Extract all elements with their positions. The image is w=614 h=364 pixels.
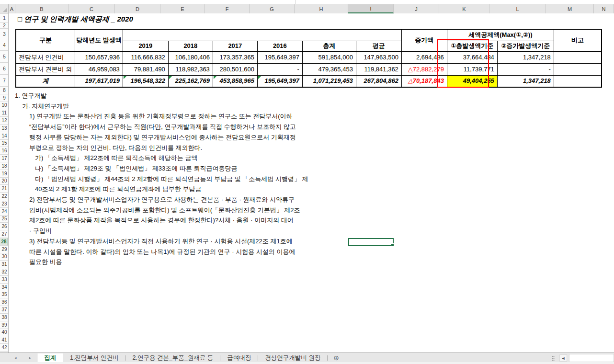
row-header-30[interactable]: 30	[0, 253, 9, 261]
cell-C6[interactable]: 46,959,083	[75, 63, 123, 75]
header-2018[interactable]: 2018	[168, 41, 213, 51]
cell-B7[interactable]: 계	[16, 75, 75, 87]
header-credit1[interactable]: ①총발생액기준	[447, 41, 497, 51]
horizontal-scrollbar[interactable]	[569, 354, 614, 362]
tab-scrollbar-splitter[interactable]	[552, 355, 555, 361]
cell-I6[interactable]: 119,841,362	[356, 63, 401, 75]
row-header-25[interactable]: 25	[0, 216, 9, 223]
row-header-15[interactable]: 15	[0, 140, 9, 148]
row-header-36[interactable]: 36	[0, 298, 9, 306]
tabs-scroll-right-icon[interactable]: ▸	[29, 355, 32, 360]
row-header-21[interactable]: 21	[0, 185, 9, 193]
cell-J5[interactable]: 2,694,436	[401, 51, 447, 63]
header-credit2[interactable]: ②증가발생액기준	[497, 41, 554, 51]
cell-L6[interactable]: -	[497, 63, 554, 75]
row-header-16[interactable]: 16	[0, 147, 9, 155]
cell-D7[interactable]: 196,548,322	[123, 75, 168, 87]
column-header-M[interactable]: M	[546, 4, 594, 13]
cell-H6[interactable]: 479,365,453	[302, 63, 356, 75]
row-header-27[interactable]: 27	[0, 230, 9, 238]
sheet-tab-summary[interactable]: 집계	[37, 353, 63, 362]
row-header-12[interactable]: 12	[0, 117, 9, 125]
row-header-5[interactable]: 5	[0, 51, 9, 63]
header-note[interactable]: 비고	[554, 29, 602, 51]
row-header-9[interactable]: 9	[0, 94, 9, 102]
header-2019[interactable]: 2019	[123, 41, 168, 51]
cell-I5[interactable]: 147,963,500	[356, 51, 401, 63]
row-header-34[interactable]: 34	[0, 284, 9, 291]
row-header-22[interactable]: 22	[0, 193, 9, 200]
row-header-13[interactable]: 13	[0, 125, 9, 132]
cell-L5[interactable]: 1,347,218	[497, 51, 554, 63]
cell-F5[interactable]: 173,357,365	[213, 51, 257, 63]
sheet-tab-labor-cost[interactable]: 1.전담부서 인건비	[63, 353, 125, 362]
header-2017[interactable]: 2017	[213, 41, 257, 51]
cell-F7[interactable]: 453,858,965	[213, 75, 257, 87]
row-header-6[interactable]: 6	[0, 63, 9, 75]
column-header-E[interactable]: E	[160, 4, 205, 13]
cell-G6[interactable]: -	[257, 63, 302, 75]
header-2016[interactable]: 2016	[257, 41, 302, 51]
row-header-33[interactable]: 33	[0, 276, 9, 284]
cell-L7[interactable]: 1,347,218	[497, 75, 554, 87]
row-header-28[interactable]: 28	[0, 238, 9, 246]
cell-H5[interactable]: 591,854,000	[302, 51, 356, 63]
column-header-H[interactable]: H	[295, 4, 348, 13]
sheet-tab-rnd-ledger[interactable]: 경상연구개발비 원장	[258, 353, 327, 362]
column-header-B[interactable]: B	[15, 4, 68, 13]
column-header-F[interactable]: F	[205, 4, 250, 13]
row-header-4[interactable]: 4	[0, 40, 9, 51]
row-header-24[interactable]: 24	[0, 208, 9, 216]
column-header-C[interactable]: C	[68, 4, 115, 13]
row-header-23[interactable]: 23	[0, 200, 9, 208]
cell-G5[interactable]: 195,649,397	[257, 51, 302, 63]
row-header-8[interactable]: 8	[0, 87, 9, 94]
cell-E6[interactable]: 118,982,363	[168, 63, 213, 75]
row-header-11[interactable]: 11	[0, 109, 9, 117]
cell-M6[interactable]	[554, 63, 602, 75]
row-header-1[interactable]: 1	[0, 13, 9, 23]
header-credit-group[interactable]: 세액공제액(Max(①,②))	[447, 29, 554, 41]
row-header-31[interactable]: 31	[0, 261, 9, 268]
cell-D6[interactable]: 79,881,490	[123, 63, 168, 75]
cell-C5[interactable]: 150,657,936	[75, 51, 123, 63]
cell-J6[interactable]: △72,882,279	[401, 63, 447, 75]
add-sheet-button[interactable]: ⊕	[328, 353, 345, 362]
cell-D5[interactable]: 116,666,832	[123, 51, 168, 63]
header-increase[interactable]: 증가액	[401, 29, 447, 51]
cell-K5[interactable]: 37,664,484	[447, 51, 497, 63]
row-header-14[interactable]: 14	[0, 132, 9, 140]
column-header-A[interactable]: A	[9, 4, 15, 13]
column-header-N[interactable]: N	[594, 4, 614, 13]
tabs-scroll-left-icon[interactable]: ◂	[14, 355, 17, 360]
row-header-20[interactable]: 20	[0, 178, 9, 185]
row-header-18[interactable]: 18	[0, 162, 9, 170]
sheet-tab-payroll[interactable]: 급여대장	[220, 353, 258, 362]
row-header-7[interactable]: 7	[0, 75, 9, 87]
row-header-2[interactable]: 2	[0, 23, 9, 29]
row-header-32[interactable]: 32	[0, 268, 9, 276]
row-header-40[interactable]: 40	[0, 329, 9, 337]
cell-M5[interactable]	[554, 51, 602, 63]
cell-G7[interactable]: 195,649,397	[257, 75, 302, 87]
row-header-38[interactable]: 38	[0, 314, 9, 321]
row-header-19[interactable]: 19	[0, 170, 9, 178]
header-average[interactable]: 평균	[356, 41, 401, 51]
cell-E5[interactable]: 106,180,406	[168, 51, 213, 63]
row-header-42[interactable]: 42	[0, 344, 9, 352]
column-header-K[interactable]: K	[439, 4, 489, 13]
sheet-tab-materials[interactable]: 2.연구용 견본_부품_원재료 등	[125, 353, 220, 362]
cell-K6[interactable]: 11,739,771	[447, 63, 497, 75]
cell-H7[interactable]: 1,071,219,453	[302, 75, 356, 87]
row-header-41[interactable]: 41	[0, 336, 9, 344]
row-header-3[interactable]: 3	[0, 29, 9, 40]
hscroll-left-button[interactable]: ◄	[559, 354, 567, 362]
cell-B6[interactable]: 전담부서 견본비 외	[16, 63, 75, 75]
header-blank[interactable]	[123, 29, 401, 41]
column-header-I[interactable]: I	[348, 4, 394, 13]
cell-I7[interactable]: 267,804,862	[356, 75, 401, 87]
cell-M7[interactable]	[554, 75, 602, 87]
cell-F6[interactable]: 280,501,600	[213, 63, 257, 75]
select-all-button[interactable]	[0, 4, 9, 13]
cell-K7[interactable]: 49,404,255	[447, 75, 497, 87]
